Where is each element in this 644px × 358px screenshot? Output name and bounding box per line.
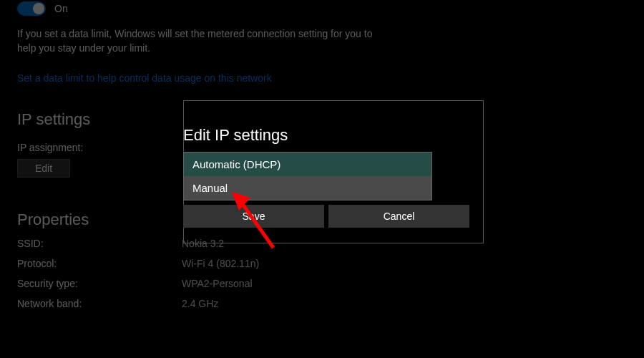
edit-button[interactable]: Edit	[17, 159, 70, 178]
property-label: Security type:	[17, 278, 182, 289]
dialog-title: Edit IP settings	[183, 126, 469, 145]
dropdown-option-manual[interactable]: Manual	[184, 176, 431, 200]
cancel-button[interactable]: Cancel	[328, 205, 469, 228]
property-label: Network band:	[17, 298, 182, 309]
metered-toggle[interactable]	[17, 1, 46, 16]
property-row: Protocol: Wi-Fi 4 (802.11n)	[17, 258, 627, 269]
properties-list: SSID: Nokia 3.2 Protocol: Wi-Fi 4 (802.1…	[17, 238, 627, 309]
metered-toggle-row: On	[17, 1, 627, 16]
property-label: SSID:	[17, 238, 182, 249]
property-value: WPA2-Personal	[182, 278, 253, 289]
ip-mode-dropdown[interactable]: Automatic (DHCP) Manual	[183, 152, 432, 200]
save-button[interactable]: Save	[183, 205, 324, 228]
dropdown-option-automatic[interactable]: Automatic (DHCP)	[184, 153, 431, 176]
ip-assignment-label: IP assignment:	[17, 142, 83, 153]
data-limit-description: If you set a data limit, Windows will se…	[17, 27, 389, 55]
property-row: Security type: WPA2-Personal	[17, 278, 627, 289]
metered-toggle-label: On	[54, 3, 68, 14]
property-label: Protocol:	[17, 258, 182, 269]
property-value: 2.4 GHz	[182, 298, 218, 309]
property-value: Wi-Fi 4 (802.11n)	[182, 258, 259, 269]
property-row: Network band: 2.4 GHz	[17, 298, 627, 309]
edit-ip-dialog: Edit IP settings Automatic (DHCP) Manual…	[183, 126, 469, 228]
data-limit-link[interactable]: Set a data limit to help control data us…	[17, 72, 272, 84]
